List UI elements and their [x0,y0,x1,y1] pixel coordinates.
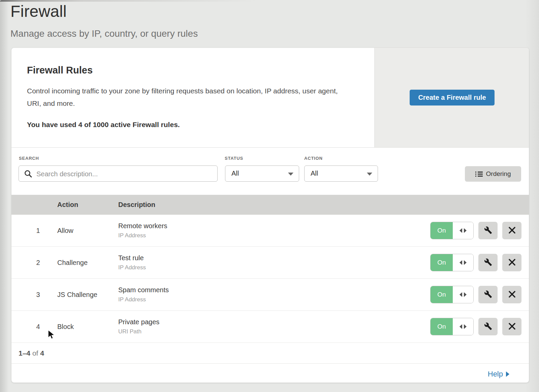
help-link[interactable]: Help [488,370,509,379]
ordering-button-label: Ordering [486,170,511,178]
left-right-arrows-icon [453,254,473,271]
chevron-down-icon [367,173,372,176]
edit-rule-button[interactable] [478,254,498,271]
section-description: Control incoming traffic to your zone by… [27,85,346,110]
rule-description-cell: Spam comments IP Address [118,286,430,303]
left-right-arrows-icon [453,286,473,303]
toggle-on-label: On [431,254,453,271]
status-dropdown[interactable]: All [225,165,299,182]
rule-controls: On [430,286,521,303]
search-box [19,165,218,182]
rule-action: Block [57,323,104,331]
rule-priority: 1 [33,227,43,235]
pagination-summary: 1–4 of 4 [19,349,44,357]
rule-priority: 2 [33,259,43,267]
create-rule-panel: Create a Firewall rule [374,48,529,147]
firewall-rules-card: Firewall Rules Control incoming traffic … [11,48,529,383]
page-title: Firewall [10,2,198,21]
delete-rule-button[interactable] [502,254,521,271]
rule-action: Allow [57,227,104,235]
card-footer: Help [11,363,529,385]
toggle-on-label: On [431,286,453,303]
window-edge [0,0,539,2]
rule-controls: On [430,318,521,335]
rule-description-cell: Private pages URI Path [118,318,430,335]
rule-description: Spam comments [118,286,430,294]
rule-match-type: IP Address [118,296,430,303]
card-intro-section: Firewall Rules Control incoming traffic … [11,48,529,148]
toggle-on-label: On [431,318,453,335]
rule-controls: On [430,222,521,239]
status-label: STATUS [225,156,243,161]
rule-match-type: URI Path [118,328,430,335]
wrench-icon [484,322,492,331]
rule-description-cell: Test rule IP Address [118,254,430,271]
table-row: 1 Allow Remote workers IP Address On [11,215,529,247]
rule-description: Test rule [118,254,430,262]
table-row: 3 JS Challenge Spam comments IP Address … [11,279,529,311]
left-right-arrows-icon [453,222,473,239]
filters-bar: SEARCH STATUS All ACTION All Ordering [11,148,529,195]
status-selected-value: All [231,170,239,177]
rule-priority: 3 [33,291,43,299]
column-header-action: Action [57,201,104,209]
left-right-arrows-icon [453,318,473,335]
rule-description: Remote workers [118,222,430,230]
rule-enabled-toggle[interactable]: On [430,222,474,239]
rule-controls: On [430,254,521,271]
pagination-total: 4 [40,349,44,357]
chevron-down-icon [288,173,293,176]
ordering-button[interactable]: Ordering [465,166,521,182]
delete-rule-button[interactable] [502,222,521,239]
page-header: Firewall Manage access by IP, country, o… [10,2,198,39]
edit-rule-button[interactable] [478,222,498,239]
rule-enabled-toggle[interactable]: On [430,318,474,335]
close-icon [508,259,516,267]
rule-action: JS Challenge [57,291,104,299]
table-header-row: Action Description [11,195,529,215]
rule-match-type: IP Address [118,232,430,239]
toggle-on-label: On [431,222,453,239]
wrench-icon [484,258,492,267]
close-icon [508,291,516,299]
rule-description: Private pages [118,318,430,326]
table-row: 2 Challenge Test rule IP Address On [11,247,529,279]
wrench-icon [484,290,492,299]
rule-action: Challenge [57,259,104,267]
rule-description-cell: Remote workers IP Address [118,222,430,239]
page-subtitle: Manage access by IP, country, or query r… [10,28,198,39]
rule-enabled-toggle[interactable]: On [430,254,474,271]
rule-priority: 4 [33,323,43,331]
search-input[interactable] [36,166,216,182]
rule-match-type: IP Address [118,264,430,271]
close-icon [508,323,516,331]
pagination-bar: 1–4 of 4 [11,343,529,363]
rule-enabled-toggle[interactable]: On [430,286,474,303]
search-label: SEARCH [19,156,39,161]
pagination-of-label: of [30,349,40,357]
close-icon [508,227,516,235]
table-row: 4 Block Private pages URI Path On [11,311,529,343]
search-icon [24,170,32,179]
section-heading: Firewall Rules [27,65,360,76]
usage-summary: You have used 4 of 1000 active Firewall … [27,121,360,129]
arrow-right-icon [506,371,509,377]
action-selected-value: All [311,170,318,177]
delete-rule-button[interactable] [502,286,521,303]
action-dropdown[interactable]: All [304,165,378,182]
edit-rule-button[interactable] [478,286,498,303]
column-header-description: Description [118,201,529,209]
edit-rule-button[interactable] [478,318,498,335]
ordered-list-icon [475,171,483,178]
create-firewall-rule-button[interactable]: Create a Firewall rule [410,90,495,105]
wrench-icon [484,226,492,235]
action-label: ACTION [304,156,323,161]
pagination-range: 1–4 [19,349,30,357]
help-link-label: Help [488,370,503,379]
delete-rule-button[interactable] [502,318,521,335]
